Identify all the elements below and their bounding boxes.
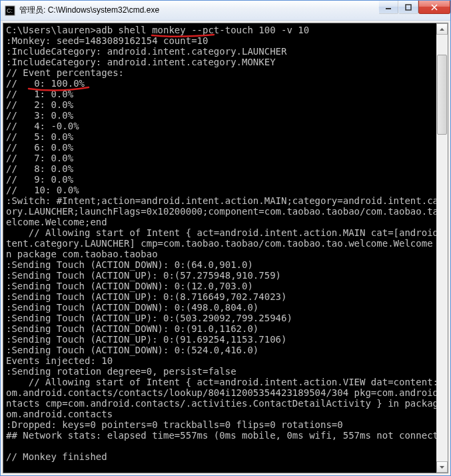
terminal-area[interactable]: C:\Users\lauren>adb shell monkey --pct-t… bbox=[3, 23, 448, 473]
minimize-button[interactable] bbox=[378, 1, 398, 14]
titlebar[interactable]: C: 管理员: C:\Windows\system32\cmd.exe bbox=[1, 1, 450, 21]
terminal-output[interactable]: C:\Users\lauren>adb shell monkey --pct-t… bbox=[3, 23, 436, 473]
scroll-down-button[interactable] bbox=[436, 461, 448, 473]
console-window: C: 管理员: C:\Windows\system32\cmd.exe C:\U… bbox=[0, 0, 451, 476]
scroll-track[interactable] bbox=[436, 35, 448, 461]
scroll-up-button[interactable] bbox=[436, 23, 448, 35]
close-button[interactable] bbox=[418, 1, 450, 14]
svg-marker-7 bbox=[440, 466, 444, 469]
maximize-button[interactable] bbox=[398, 1, 418, 14]
scroll-thumb[interactable] bbox=[437, 55, 447, 135]
client-area: C:\Users\lauren>adb shell monkey --pct-t… bbox=[1, 21, 450, 475]
window-controls bbox=[378, 1, 450, 14]
vertical-scrollbar[interactable] bbox=[436, 23, 448, 473]
svg-rect-3 bbox=[406, 5, 411, 10]
cmd-icon: C: bbox=[5, 5, 15, 16]
window-title: 管理员: C:\Windows\system32\cmd.exe bbox=[19, 5, 159, 16]
svg-text:C:: C: bbox=[7, 7, 13, 14]
svg-marker-6 bbox=[440, 28, 444, 31]
